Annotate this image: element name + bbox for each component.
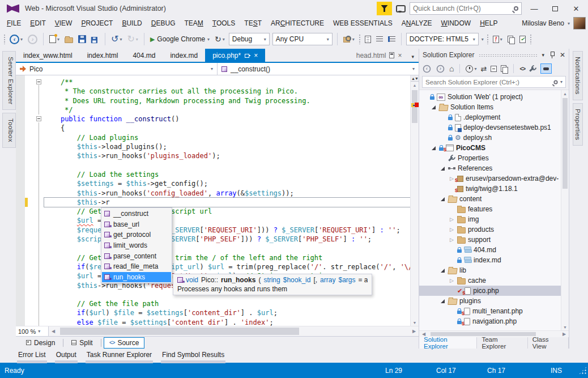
editor-tab-404-md[interactable]: 404.md (125, 49, 163, 62)
document-outline-button[interactable] (364, 32, 372, 46)
menu-project[interactable]: PROJECT (76, 18, 117, 29)
minimize-button[interactable]: — (526, 2, 543, 15)
show-all-files-icon[interactable] (501, 65, 508, 73)
code-line[interactable]: $url = ''; (44, 216, 410, 225)
side-tab-properties[interactable]: Properties (573, 103, 583, 146)
start-debug-button[interactable]: ▶ Google Chrome ▾ (149, 32, 211, 46)
tab-list-dropdown-icon[interactable]: ▾ (409, 54, 419, 62)
tree-vertical-scrollbar[interactable]: ▲ ▼ (561, 90, 569, 330)
format-selection-button[interactable] (387, 32, 397, 46)
code-line[interactable] (44, 244, 410, 253)
tree-item-products[interactable]: ▷products (419, 224, 561, 235)
browser-link-refresh-button[interactable]: ↻▾ (214, 32, 226, 46)
window-position-icon[interactable]: ▾ (542, 52, 544, 58)
editor-tab-index-www-html[interactable]: index_www.html (16, 49, 80, 62)
user-avatar[interactable] (573, 17, 586, 29)
menu-analyze[interactable]: ANALYZE (397, 18, 437, 29)
tree-item-cache[interactable]: ▷cache (419, 275, 561, 286)
editor-tab-index-html[interactable]: index.html (80, 49, 126, 62)
toolbar-grip[interactable] (487, 34, 489, 44)
menu-team[interactable]: TEAM (180, 18, 207, 29)
resize-grip[interactable] (579, 367, 587, 375)
doctype-combo[interactable]: DOCTYPE: HTML5▾ (406, 33, 479, 45)
code-line[interactable]: $this->run_hooks('plugins_loaded'); (44, 151, 410, 160)
tree-item-deploy-devsensetestweb-ps1[interactable]: deploy-devsensetestweb.ps1 (419, 122, 561, 133)
format-document-button[interactable] (375, 32, 384, 46)
completion-item-construct[interactable]: __construct (102, 209, 171, 219)
completion-item-parse-content[interactable]: parse_content (102, 250, 171, 261)
panel-tab-solution-explorer[interactable]: Solution Explorer (419, 337, 477, 349)
forward-icon[interactable]: › (437, 65, 445, 73)
expander-icon[interactable] (440, 167, 446, 171)
solution-platform-combo[interactable]: Any CPU▾ (272, 33, 333, 45)
tree-item-deployment[interactable]: .deployment (419, 112, 561, 122)
close-icon[interactable]: ✕ (560, 51, 565, 59)
notifications-flag-button[interactable] (377, 2, 392, 15)
code-line[interactable]: * Does URL routing, Markdown processing … (44, 96, 410, 105)
sync-with-active-document-icon[interactable]: ⇄ (480, 65, 487, 73)
menu-test[interactable]: TEST (240, 18, 266, 29)
pending-changes-filter-button[interactable]: ▾ (466, 65, 476, 73)
undo-button[interactable]: ↺▾ (110, 32, 123, 46)
scroll-up-arrow[interactable]: ▲ (411, 82, 419, 88)
tree-item-support[interactable]: ▷support (419, 235, 561, 245)
menu-debug[interactable]: DEBUG (147, 18, 180, 29)
collapse-all-icon[interactable] (491, 66, 497, 72)
solution-configuration-combo[interactable]: Debug▾ (229, 33, 270, 45)
code-line[interactable]: $request_url = (isset($_SERVER['REQUEST_… (44, 226, 410, 235)
tree-item-picocms[interactable]: $PicoCMS (419, 143, 561, 153)
fold-collapse-box[interactable] (36, 79, 41, 84)
code-line[interactable]: $settings = $this->get_config(); (44, 179, 410, 188)
completion-item-run-hooks[interactable]: run_hooks (102, 272, 171, 283)
expander-icon[interactable]: ▷ (449, 216, 455, 222)
menu-edit[interactable]: EDIT (25, 18, 50, 29)
expander-icon[interactable] (440, 299, 446, 303)
solution-search-input[interactable] (425, 79, 551, 86)
save-button[interactable] (77, 32, 87, 46)
menu-architecture[interactable]: ARCHITECTURE (266, 18, 329, 29)
tree-item-navigation-php[interactable]: $navigation.php (419, 316, 561, 326)
keep-open-icon[interactable] (389, 52, 394, 58)
side-tab-server-explorer[interactable]: Server Explorer (2, 51, 16, 110)
expander-icon[interactable] (431, 146, 437, 150)
tree-horizontal-scrollbar[interactable]: ◀ ▶ (419, 330, 569, 337)
code-line[interactable]: // Load the settings (44, 170, 410, 179)
close-tab-icon[interactable]: × (398, 53, 402, 58)
code-line[interactable]: $this->load_plugins(); (44, 142, 410, 151)
editor-vertical-scrollbar[interactable]: ▲▼ ▲ ▼ (410, 75, 419, 326)
redo-button[interactable]: ↻▾ (126, 32, 139, 46)
expander-icon[interactable] (431, 105, 437, 109)
tree-item-twig-twig-1-18-1[interactable]: $twig/twig@1.18.1 (419, 184, 561, 194)
code-line[interactable]: // Get the file path (44, 299, 410, 308)
tree-item-404-md[interactable]: 404.md (419, 245, 561, 255)
tree-item-erusev-parsedown-extra-dev[interactable]: ▷$erusev/parsedown-extra@dev- (419, 173, 561, 184)
code-line[interactable]: $this->r (44, 198, 410, 207)
pin-icon[interactable] (244, 52, 250, 58)
feedback-icon[interactable] (396, 5, 406, 12)
editor-tab-pico-php[interactable]: pico.php*× (205, 49, 265, 62)
menu-web-essentials[interactable]: WEB ESSENTIALS (329, 18, 397, 29)
completion-item-base-url[interactable]: base_url (102, 219, 171, 230)
side-tab-notifications[interactable]: Notifications (573, 51, 583, 100)
zoom-combo[interactable]: 100 % ▾ (16, 326, 49, 336)
tree-item-deploy-sh[interactable]: ⚙deploy.sh (419, 133, 561, 143)
menu-view[interactable]: VIEW (50, 18, 77, 29)
home-icon[interactable]: ⌂ (449, 64, 454, 73)
chevron-down-icon[interactable]: ▾ (560, 79, 563, 84)
code-line[interactable]: $script_url = (isset($_SERVER['PHP_SELF'… (44, 235, 410, 244)
scrollbar-thumb[interactable] (60, 328, 299, 335)
bottom-tab-output[interactable]: Output (55, 349, 78, 362)
error-document-button[interactable]: ▾ (492, 32, 504, 46)
find-in-files-button[interactable]: ▾ (342, 32, 356, 46)
preview-selected-items-toggle[interactable] (540, 63, 552, 74)
fold-collapse-box[interactable] (36, 116, 41, 121)
panel-tab-class-view[interactable]: Class View (528, 337, 569, 349)
tree-item-references[interactable]: References (419, 163, 561, 173)
indicator-margin[interactable] (16, 75, 25, 326)
user-name[interactable]: Miloslav Beno (522, 19, 564, 27)
window-layers-button[interactable] (506, 32, 515, 46)
tree-item-lib[interactable]: lib (419, 265, 561, 275)
toolbar-grip[interactable] (359, 34, 361, 44)
code-line[interactable]: public function __construct() (44, 114, 410, 124)
scroll-right-arrow[interactable]: ▶ (410, 326, 419, 336)
